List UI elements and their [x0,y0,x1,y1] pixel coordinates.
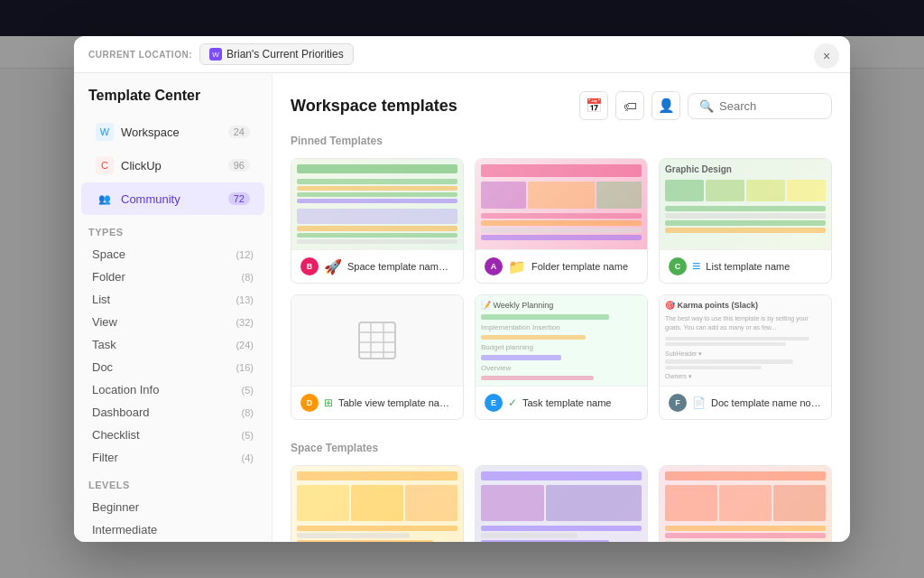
level-intermediate[interactable]: Intermediate [78,518,268,541]
type-list-count: (13) [236,294,254,305]
type-space-count: (12) [236,249,254,260]
template-card-st3[interactable]: C 🚀 Space template name will b... [659,465,832,542]
template-name-pt2: Folder template name [531,261,638,272]
type-doc[interactable]: Doc (16) [78,356,268,378]
space-templates-grid: B 🚀 Space template name will b... [291,465,832,542]
template-thumb-pt5: 📝 Weekly Planning Implementation Inserti… [476,295,647,386]
avatar-pt3: C [669,257,687,275]
template-card-pt4[interactable]: D ⊞ Table view template name s... [291,294,464,420]
type-folder-label: Folder [92,270,125,284]
template-thumb-st2 [476,466,647,542]
template-footer-pt6: F 📄 Doc template name not that... [660,386,831,419]
template-thumb-pt1 [291,159,463,249]
template-footer-pt4: D ⊞ Table view template name s... [291,386,463,419]
template-card-pt5[interactable]: 📝 Weekly Planning Implementation Inserti… [475,294,648,420]
template-card-pt3[interactable]: Graphic Design [659,158,832,284]
type-checklist[interactable]: Checklist (5) [78,424,268,446]
main-header-actions: 📅 🏷 👤 🔍 [579,91,832,120]
type-location-info[interactable]: Location Info (5) [78,378,268,401]
type-space-label: Space [92,247,125,261]
type-location-info-count: (5) [242,385,254,396]
template-card-st2[interactable]: A 🚀 Space template name will b... [475,465,648,542]
avatar-pt6: F [669,394,687,412]
template-thumb-pt2 [476,159,647,249]
template-thumb-st3 [660,466,831,542]
workspace-count: 24 [228,126,250,138]
level-advanced[interactable]: Advanced [78,541,268,542]
template-card-pt6[interactable]: 🎯 Karma points (Slack) The best way to u… [659,294,832,420]
type-doc-count: (16) [236,362,254,373]
sidebar: Template Center W Workspace 24 C ClickUp… [74,73,273,542]
template-card-pt2[interactable]: A 📁 Folder template name [475,158,648,284]
type-view-label: View [92,315,117,329]
type-task[interactable]: Task (24) [78,333,268,356]
main-header: Workspace templates 📅 🏷 👤 🔍 [291,91,832,120]
levels-section-title: Levels [74,469,272,496]
main-content: Workspace templates 📅 🏷 👤 🔍 Pinned templ… [273,73,850,542]
close-button[interactable]: × [814,43,839,69]
type-filter-label: Filter [92,451,118,464]
level-beginner[interactable]: Beginner [78,496,268,518]
modal-body: Template Center W Workspace 24 C ClickUp… [74,73,850,542]
workspace-icon: W [96,123,114,141]
template-name-pt4: Table view template name s... [338,397,454,408]
template-footer-pt3: C ≡ List template name [660,249,831,283]
type-filter-count: (4) [242,452,254,463]
template-card-pt1[interactable]: B 🚀 Space template name will b... [291,158,464,284]
type-filter[interactable]: Filter (4) [78,446,268,469]
folder-icon-pt2: 📁 [508,258,526,275]
type-location-info-label: Location Info [92,383,159,396]
tag-icon-button[interactable]: 🏷 [615,91,644,120]
pinned-section-label: Pinned templates [291,135,832,147]
type-space[interactable]: Space (12) [78,243,268,266]
template-thumb-pt3: Graphic Design [660,159,831,249]
type-task-count: (24) [236,340,254,350]
type-list[interactable]: List (13) [78,288,268,311]
type-task-label: Task [92,338,116,351]
table-icon-pt4: ⊞ [324,396,333,409]
modal-overlay: CURRENT LOCATION: W Brian's Current Prio… [0,0,924,578]
sidebar-item-label-community: Community [121,192,180,206]
type-checklist-count: (5) [242,430,254,441]
clickup-icon: C [96,156,114,174]
type-view-count: (32) [236,317,254,328]
type-list-label: List [92,293,110,306]
avatar-pt4: D [300,394,319,412]
template-name-pt5: Task template name [522,397,638,408]
template-name-pt1: Space template name will b... [347,261,454,272]
sidebar-item-label-clickup: ClickUp [121,159,162,172]
template-name-pt3: List template name [706,261,822,272]
community-count: 72 [228,192,250,205]
type-doc-label: Doc [92,360,113,374]
current-location-value: W Brian's Current Priorities [199,43,354,65]
space-icon-pt1: 🚀 [324,258,342,275]
template-card-st1[interactable]: B 🚀 Space template name will b... [291,465,464,542]
type-checklist-label: Checklist [92,428,140,442]
type-dashboard-label: Dashboard [92,406,150,419]
sidebar-nav-clickup[interactable]: C ClickUp 96 [81,149,264,182]
doc-icon-pt6: 📄 [692,396,706,409]
search-box: 🔍 [688,93,832,119]
search-input[interactable] [719,99,820,113]
main-title: Workspace templates [291,97,457,116]
space-section-label: Space templates [291,442,832,454]
type-folder-count: (8) [242,272,254,283]
current-location-bar: CURRENT LOCATION: W Brian's Current Prio… [74,36,850,73]
template-name-pt6: Doc template name not that... [711,397,822,408]
clickup-count: 96 [228,159,250,172]
type-view[interactable]: View (32) [78,311,268,333]
sidebar-nav-workspace[interactable]: W Workspace 24 [81,116,264,148]
template-footer-pt1: B 🚀 Space template name will b... [291,249,463,283]
template-thumb-pt4 [291,295,463,386]
template-center-modal: CURRENT LOCATION: W Brian's Current Prio… [74,36,850,542]
type-folder[interactable]: Folder (8) [78,266,268,288]
type-dashboard[interactable]: Dashboard (8) [78,401,268,424]
template-footer-pt5: E ✓ Task template name [476,386,647,419]
calendar-icon-button[interactable]: 📅 [579,91,608,120]
sidebar-nav-community[interactable]: 👥 Community 72 [81,182,264,215]
types-section-title: Types [74,216,272,243]
current-location-label: CURRENT LOCATION: [88,50,192,60]
pinned-templates-grid: B 🚀 Space template name will b... [291,158,832,420]
location-icon: W [209,48,222,61]
user-icon-button[interactable]: 👤 [651,91,680,120]
